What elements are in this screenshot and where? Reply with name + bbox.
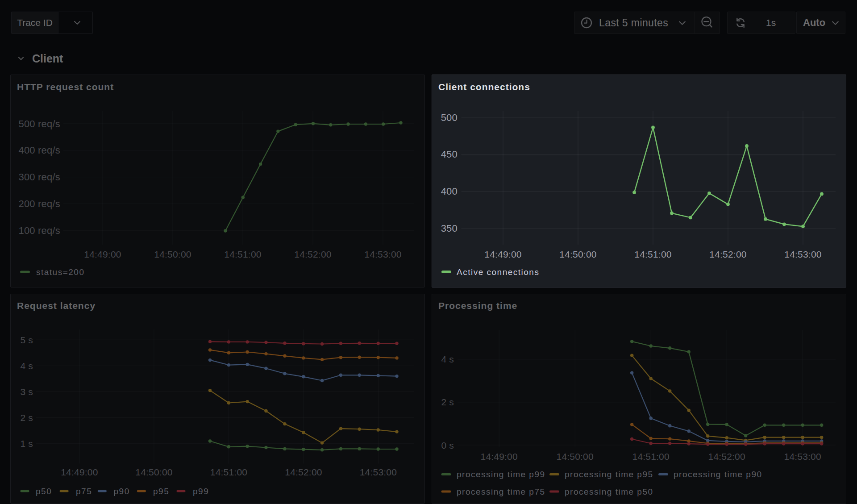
svg-text:Active connections: Active connections (457, 267, 539, 277)
svg-text:14:51:00: 14:51:00 (634, 249, 671, 259)
svg-text:450: 450 (441, 149, 458, 160)
svg-text:14:53:00: 14:53:00 (784, 249, 821, 259)
svg-text:14:52:00: 14:52:00 (709, 249, 746, 259)
svg-text:14:49:00: 14:49:00 (484, 249, 521, 259)
svg-text:500: 500 (441, 112, 458, 123)
svg-text:14:50:00: 14:50:00 (559, 249, 596, 259)
svg-text:350: 350 (441, 223, 458, 234)
svg-text:Client connections: Client connections (438, 82, 530, 92)
svg-text:400: 400 (441, 186, 458, 197)
